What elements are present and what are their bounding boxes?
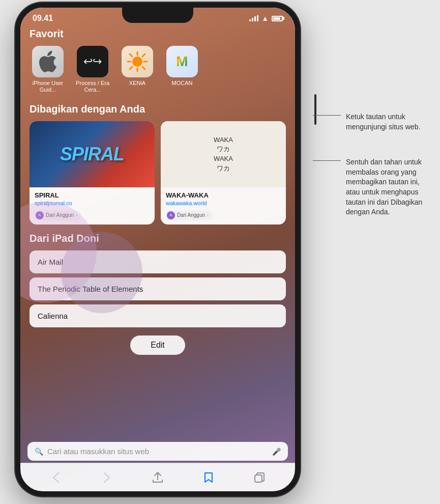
shared-card-waka-title: WAKA-WAKA xyxy=(166,191,281,199)
from-avatar-waka: A xyxy=(167,211,175,219)
shared-card-spiral-image: SPIRAL xyxy=(30,121,155,187)
shared-from-badge-waka[interactable]: A Dari Anggun › xyxy=(166,210,213,220)
search-placeholder-text: Cari atau masukkan situs web xyxy=(47,447,268,456)
favorites-grid: iPhone User Guid... ↩↪ Process / Era Cer… xyxy=(30,46,286,93)
status-icons: ▲ xyxy=(249,14,283,22)
favorit-section-title: Favorit xyxy=(30,28,286,40)
fav-item-iphone-guide[interactable]: iPhone User Guid... xyxy=(30,46,66,93)
phone-frame: 09.41 ▲ Favorit xyxy=(15,3,300,496)
fav-label-iphone-guide: iPhone User Guid... xyxy=(30,80,66,93)
from-label-waka: Dari Anggun xyxy=(177,212,205,218)
signal-icon xyxy=(249,15,258,21)
fav-icon-xenia xyxy=(122,46,153,77)
shared-card-waka-image: WAKA ワカ WAKA ワカ xyxy=(161,121,286,187)
list-item-calienna[interactable]: Calienna xyxy=(30,304,286,327)
svg-line-6 xyxy=(142,67,145,69)
callout-line-2 xyxy=(313,160,341,161)
fav-item-xenia[interactable]: XENiA xyxy=(119,46,156,93)
callout-hold-container: Sentuh dan tahan untuk membalas orang ya… xyxy=(313,157,425,217)
forward-button[interactable] xyxy=(97,467,117,488)
callout-line-1 xyxy=(313,115,341,116)
notch xyxy=(122,8,193,23)
tabs-button[interactable] xyxy=(249,467,270,488)
wifi-icon: ▲ xyxy=(261,14,269,22)
fav-icon-process: ↩↪ xyxy=(77,46,108,77)
callout-tap-text: Ketuk tautan untuk mengunjungi situs web… xyxy=(346,112,425,132)
fav-icon-mocan: M xyxy=(166,46,198,77)
svg-line-8 xyxy=(130,67,132,69)
phone-screen: 09.41 ▲ Favorit xyxy=(20,8,295,491)
bookmarks-button[interactable] xyxy=(198,467,219,488)
fav-icon-apple xyxy=(32,46,64,77)
battery-icon xyxy=(272,16,283,21)
shared-card-waka-info: WAKA-WAKA wakawaka.world A Dari Anggun › xyxy=(161,187,286,225)
phone-wrapper: 09.41 ▲ Favorit xyxy=(15,3,310,501)
fav-label-process: Process / Era Cera... xyxy=(74,80,111,93)
mic-icon[interactable]: 🎤 xyxy=(272,447,281,456)
search-bar-container: 🔍 Cari atau masukkan situs web 🎤 xyxy=(20,442,295,461)
shared-card-spiral-title: SPIRAL xyxy=(35,191,150,199)
edit-btn-container: Edit xyxy=(30,335,286,355)
fav-item-mocan[interactable]: M MOCAN xyxy=(164,46,200,93)
svg-rect-9 xyxy=(255,475,262,482)
svg-line-5 xyxy=(130,54,132,57)
shared-card-waka-url[interactable]: wakawaka.world xyxy=(166,200,281,206)
share-button[interactable] xyxy=(148,467,168,488)
bottom-toolbar xyxy=(20,463,295,491)
search-icon: 🔍 xyxy=(35,447,43,456)
svg-point-0 xyxy=(132,57,142,67)
status-time: 09.41 xyxy=(33,14,53,23)
fav-item-process[interactable]: ↩↪ Process / Era Cera... xyxy=(74,46,111,93)
fav-label-mocan: MOCAN xyxy=(172,80,193,87)
search-bar[interactable]: 🔍 Cari atau masukkan situs web 🎤 xyxy=(27,442,288,461)
edit-button[interactable]: Edit xyxy=(130,335,185,355)
scroll-content: Favorit iPhone User Guid... xyxy=(20,26,295,363)
shared-section-title: Dibagikan dengan Anda xyxy=(30,103,286,115)
shared-card-waka[interactable]: WAKA ワカ WAKA ワカ WAKA-WAKA wakawaka.world xyxy=(161,121,286,225)
decorative-blob-2 xyxy=(61,232,142,313)
fav-label-xenia: XENiA xyxy=(129,80,145,87)
callout-hold-text: Sentuh dan tahan untuk membalas orang ya… xyxy=(346,157,425,217)
callout-area: Ketuk tautan untuk mengunjungi situs web… xyxy=(313,112,425,217)
back-button[interactable] xyxy=(46,467,66,488)
callout-tap-container: Ketuk tautan untuk mengunjungi situs web… xyxy=(313,112,425,132)
svg-line-7 xyxy=(142,54,145,57)
